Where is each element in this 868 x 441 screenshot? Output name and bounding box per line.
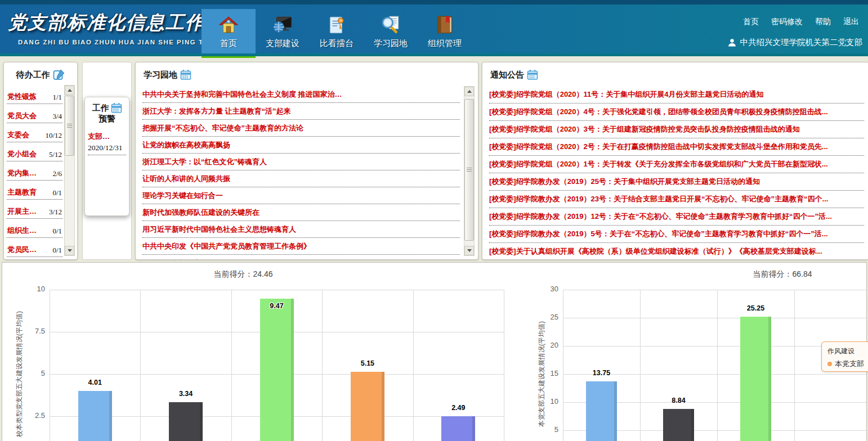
gridline bbox=[50, 290, 50, 441]
toplink-change-password[interactable]: 密码修改 bbox=[771, 17, 803, 27]
chart-score-title: 当前得分：66.84 bbox=[726, 269, 839, 280]
bar[interactable] bbox=[586, 381, 617, 441]
todo-item-count: 2/6 bbox=[52, 169, 62, 178]
header-top-strip bbox=[0, 0, 868, 4]
todo-item[interactable]: 开展主…3/12 bbox=[7, 200, 62, 219]
y-tick-label: 10 bbox=[536, 397, 558, 406]
scroll-up-button[interactable] bbox=[464, 87, 474, 96]
bar[interactable] bbox=[663, 409, 694, 441]
study-scrollbar[interactable] bbox=[464, 86, 475, 256]
bar-value-label: 13.75 bbox=[585, 369, 619, 377]
article-link[interactable]: 中共中央关于坚持和完善中国特色社会主义制度 推进国家治… bbox=[142, 86, 460, 103]
gridline bbox=[504, 290, 504, 441]
bar[interactable] bbox=[740, 317, 771, 441]
article-link[interactable]: 把握开展“不忘初心、牢记使命”主题教育的方法论 bbox=[142, 120, 460, 137]
article-link[interactable]: 理论学习关键在知行合一 bbox=[142, 187, 460, 204]
article-link[interactable]: [校党委]绍学院教办发（2019）5号：关于在“不忘初心、牢记使命”主题教育学习… bbox=[489, 226, 864, 243]
tab-compare-arena[interactable]: 比看擂台 bbox=[310, 9, 364, 58]
edit-pencil-icon[interactable] bbox=[53, 69, 65, 81]
bar-value-label: 2.49 bbox=[441, 404, 475, 412]
certificate-icon bbox=[327, 14, 346, 37]
todo-item[interactable]: 党员民…0/1 bbox=[7, 238, 62, 257]
tab-branch-building[interactable]: 支部建设 bbox=[256, 9, 310, 58]
article-link[interactable]: 让党的旗帜在高校高高飘扬 bbox=[142, 137, 460, 154]
article-link[interactable]: [校党委]绍学院党组（2020）3号：关于组建新冠疫情防控党员突击队投身防控疫情… bbox=[489, 121, 864, 138]
todo-item[interactable]: 师德师…0/1 bbox=[7, 257, 62, 260]
tab-study-garden[interactable]: 学习园地 bbox=[364, 9, 418, 58]
todo-item-count: 3/4 bbox=[52, 112, 62, 121]
article-link[interactable]: [校党委]绍学院教办发（2019）23号：关于结合支部主题党日开展“不忘初心、牢… bbox=[489, 191, 864, 208]
article-link[interactable]: [校党委]绍学院教办发（2019）12号：关于在“不忘初心、牢记使命”主题教育学… bbox=[489, 208, 864, 226]
toplink-help[interactable]: 帮助 bbox=[815, 17, 831, 27]
toplink-logout[interactable]: 退出 bbox=[843, 17, 859, 27]
article-link[interactable]: 让听的人和讲的人同频共振 bbox=[142, 170, 460, 187]
bar[interactable] bbox=[441, 416, 475, 441]
todo-item[interactable]: 党性锻炼1/1 bbox=[7, 85, 62, 104]
todo-item-name: 党员民… bbox=[7, 245, 37, 255]
chart-branch-type-average: 当前得分：24.46 校本类型党支部五大建设发展情况(平均值) 4.013.34… bbox=[0, 262, 507, 441]
todo-item-count: 0/1 bbox=[52, 227, 62, 236]
scroll-down-button[interactable] bbox=[65, 246, 74, 255]
article-link[interactable]: 中共中央印发《中国共产党党员教育管理工作条例》 bbox=[142, 238, 460, 255]
y-tick-label: 25 bbox=[536, 313, 558, 321]
toplink-home[interactable]: 首页 bbox=[743, 17, 759, 27]
work-warning-title: 工作 预警 bbox=[85, 102, 129, 124]
gridline bbox=[413, 290, 414, 441]
chart-this-branch: 当前得分：66.84 本党支部五大建设发展情况(平均值) 13.758.8425… bbox=[529, 262, 868, 441]
article-link[interactable]: 浙江理工大学：以“红色文化”铸魂育人 bbox=[142, 154, 460, 170]
scroll-down-button[interactable] bbox=[464, 246, 474, 255]
todo-item-name: 党性锻炼 bbox=[7, 92, 37, 102]
tab-label: 学习园地 bbox=[374, 38, 408, 49]
y-tick-label: 15 bbox=[536, 369, 558, 377]
bar-value-label: 9.47 bbox=[260, 302, 294, 310]
gridline bbox=[322, 290, 323, 441]
bar[interactable] bbox=[78, 391, 112, 441]
tab-home[interactable]: 首页 bbox=[202, 9, 256, 58]
article-link[interactable]: [校党委]关于认真组织开展《高校院（系）级单位党组织建设标准（试行）》《高校基层… bbox=[489, 243, 864, 260]
series-marker-icon bbox=[827, 362, 832, 366]
todo-item[interactable]: 党内集…2/6 bbox=[7, 161, 62, 181]
tab-label: 首页 bbox=[220, 38, 237, 49]
header-links: 首页 密码修改 帮助 退出 bbox=[743, 17, 859, 27]
scrollbar-thumb[interactable] bbox=[464, 99, 474, 241]
article-link[interactable]: [校党委]绍学院党组（2020）4号：关于强化党建引领，团结带领全校团员青年积极… bbox=[489, 104, 864, 121]
article-link[interactable]: [校党委]绍学院教办发（2019）25号：关于集中组织开展党支部主题党日活动的通… bbox=[489, 173, 864, 191]
scrollbar-thumb[interactable] bbox=[65, 96, 74, 156]
article-link[interactable]: 浙江大学：发挥各方力量 让主题教育“活”起来 bbox=[142, 103, 460, 120]
scroll-up-button[interactable] bbox=[65, 86, 74, 95]
study-garden-panel: 学习园地 中共中央关于坚持和完善中国特色社会主义制度 推进国家治…浙江大学：发挥… bbox=[135, 62, 478, 260]
gridline bbox=[563, 290, 868, 290]
tab-label: 组织管理 bbox=[428, 38, 462, 49]
warning-item[interactable]: 支部…2020/12/31 bbox=[88, 132, 126, 155]
todo-item[interactable]: 党小组会5/12 bbox=[7, 142, 62, 161]
user-name: 中共绍兴文理学院机关第二党支部 bbox=[740, 37, 863, 48]
todo-item-count: 10/12 bbox=[45, 131, 62, 140]
header-separator bbox=[0, 53, 868, 56]
bar[interactable] bbox=[351, 372, 384, 441]
gridline bbox=[563, 290, 563, 441]
study-panel-title: 学习园地 bbox=[136, 62, 478, 80]
bar[interactable] bbox=[169, 402, 203, 441]
todo-scrollbar[interactable] bbox=[64, 85, 75, 256]
tooltip-category: 作风建设 bbox=[827, 346, 868, 356]
tab-organization[interactable]: 组织管理 bbox=[418, 9, 472, 58]
article-link[interactable]: 大学的定力与初心 bbox=[142, 255, 460, 260]
article-link[interactable]: 新时代加强教师队伍建设的关键所在 bbox=[142, 204, 460, 221]
todo-item[interactable]: 支委会10/12 bbox=[7, 123, 62, 142]
article-link[interactable]: 用习近平新时代中国特色社会主义思想铸魂育人 bbox=[142, 221, 460, 238]
gridline bbox=[50, 290, 504, 290]
article-link[interactable]: [校党委]绍学院党组（2020）11号：关于集中组织开展4月份支部主题党日活动的… bbox=[489, 86, 864, 104]
todo-item[interactable]: 主题教育0/1 bbox=[7, 181, 62, 200]
todo-item[interactable]: 党员大会3/4 bbox=[7, 104, 62, 123]
bar[interactable] bbox=[260, 299, 294, 441]
chart-tooltip: 作风建设 本党支部 bbox=[821, 341, 868, 372]
todo-item-count: 5/12 bbox=[49, 150, 62, 159]
todo-item-count: 3/12 bbox=[49, 208, 62, 217]
notice-list: [校党委]绍学院党组（2020）11号：关于集中组织开展4月份支部主题党日活动的… bbox=[489, 86, 864, 260]
tab-label: 比看擂台 bbox=[320, 38, 354, 49]
bar-value-label: 4.01 bbox=[78, 379, 112, 386]
article-link[interactable]: [校党委]绍学院党组（2020）2号：关于在打赢疫情防控阻击战中切实发挥党支部战… bbox=[489, 138, 864, 156]
todo-item[interactable]: 组织生…0/1 bbox=[7, 219, 62, 238]
gridline bbox=[794, 290, 795, 441]
article-link[interactable]: [校党委]绍学院党组（2020）1号：关于转发《关于充分发挥全市各级党组织和广大… bbox=[489, 156, 864, 173]
